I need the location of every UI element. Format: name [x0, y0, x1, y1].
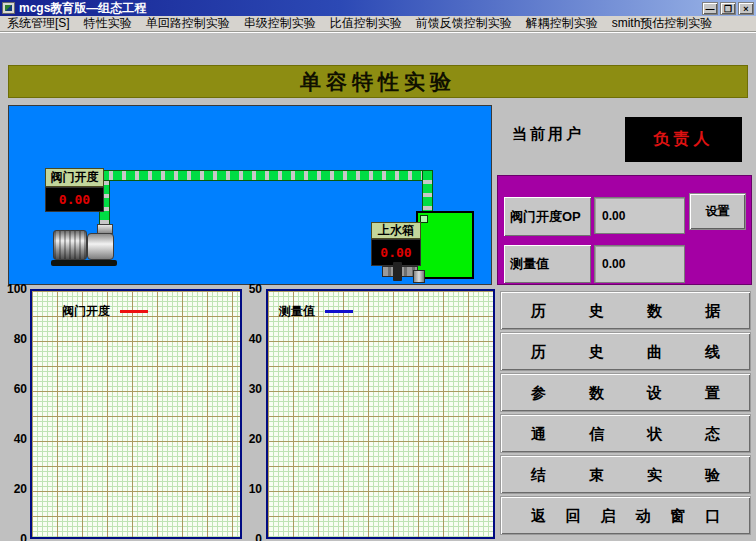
right-chart-legend: 测量值: [279, 303, 353, 320]
menu-item-characteristic[interactable]: 特性实验: [77, 16, 139, 31]
tank-outlet-valve-icon: [393, 262, 402, 281]
current-user-value: 负责人: [654, 129, 714, 150]
end-experiment-button[interactable]: 结束实验: [500, 455, 751, 494]
minimize-button[interactable]: —: [702, 2, 718, 15]
menu-item-ratio[interactable]: 比值控制实验: [323, 16, 409, 31]
menu-item-system-manage[interactable]: 系统管理[S]: [0, 16, 77, 31]
y-tick: 60: [14, 382, 27, 396]
y-tick: 20: [249, 432, 262, 446]
measured-value-label: 测量值: [504, 245, 591, 283]
history-data-button[interactable]: 历史数据: [500, 291, 751, 330]
measured-value-display: 0.00: [594, 245, 685, 283]
set-button[interactable]: 设置: [689, 193, 746, 230]
menu-item-cascade[interactable]: 串级控制实验: [237, 16, 323, 31]
valve-opening-display: 0.00: [45, 187, 104, 212]
close-button[interactable]: ×: [738, 2, 754, 15]
tank-drain-fitting: [413, 270, 425, 283]
tank-label: 上水箱: [371, 222, 421, 239]
y-tick: 0: [255, 532, 262, 541]
mcgs-window: mcgs教育版—组态工程 — ❐ × 系统管理[S] 特性实验 单回路控制实验 …: [0, 0, 756, 541]
left-chart-y-axis: 100 80 60 40 20 0: [2, 282, 27, 541]
history-curve-button[interactable]: 历史曲线: [500, 332, 751, 371]
menu-item-decouple[interactable]: 解耦控制实验: [519, 16, 605, 31]
valve-opening-label: 阀门开度: [45, 168, 104, 187]
menu-bar: 系统管理[S] 特性实验 单回路控制实验 串级控制实验 比值控制实验 前馈反馈控…: [0, 16, 756, 32]
process-diagram: 阀门开度 0.00 上水箱 0.00: [8, 105, 492, 285]
main-area: 单容特性实验 阀门开度 0.00 上水箱 0.00 当前用户 负责人: [0, 32, 756, 541]
parameter-panel: 阀门开度OP 0.00 设置 测量值 0.00: [497, 175, 752, 285]
window-title: mcgs教育版—组态工程: [19, 0, 702, 16]
menu-item-feedforward[interactable]: 前馈反馈控制实验: [409, 16, 519, 31]
app-icon: [2, 2, 15, 14]
measured-value-trend-chart: 测量值: [266, 289, 495, 539]
y-tick: 40: [14, 432, 27, 446]
y-tick: 80: [14, 332, 27, 346]
left-chart-legend: 阀门开度: [62, 303, 148, 320]
red-line-icon: [120, 310, 148, 313]
upper-water-tank: [416, 211, 474, 279]
current-user-box: 负责人: [625, 117, 742, 162]
pipe-horizontal-top: [99, 170, 433, 181]
minimize-icon: —: [706, 4, 715, 14]
pump-head-icon: [87, 233, 114, 260]
pump-motor-icon: [53, 230, 87, 260]
current-user-label: 当前用户: [512, 125, 584, 144]
blue-line-icon: [325, 310, 353, 313]
y-tick: 100: [7, 282, 27, 296]
menu-item-single-loop[interactable]: 单回路控制实验: [139, 16, 237, 31]
y-tick: 20: [14, 482, 27, 496]
right-chart-y-axis: 50 40 30 20 10 0: [240, 282, 262, 541]
title-bar: mcgs教育版—组态工程 — ❐ ×: [0, 0, 756, 16]
restore-icon: ❐: [724, 4, 732, 14]
tank-level-indicator: [420, 215, 428, 223]
y-tick: 10: [249, 482, 262, 496]
close-icon: ×: [743, 4, 748, 14]
restore-button[interactable]: ❐: [720, 2, 736, 15]
experiment-banner: 单容特性实验: [8, 65, 748, 98]
param-setting-button[interactable]: 参数设置: [500, 373, 751, 412]
valve-op-input[interactable]: 0.00: [594, 197, 685, 234]
legend-label: 阀门开度: [62, 303, 110, 320]
legend-label: 测量值: [279, 303, 315, 320]
y-tick: 50: [249, 282, 262, 296]
comm-status-button[interactable]: 通信状态: [500, 414, 751, 453]
window-controls: — ❐ ×: [702, 2, 754, 15]
y-tick: 30: [249, 382, 262, 396]
valve-opening-trend-chart: 阀门开度: [30, 289, 242, 539]
pump-outlet: [97, 224, 113, 234]
y-tick: 0: [20, 532, 27, 541]
y-tick: 40: [249, 332, 262, 346]
valve-op-label: 阀门开度OP: [504, 197, 591, 236]
pump-base: [51, 260, 117, 266]
menu-item-smith[interactable]: smith预估控制实验: [605, 16, 720, 31]
page-title: 单容特性实验: [300, 68, 456, 96]
back-to-start-button[interactable]: 返回启动窗口: [500, 496, 751, 535]
